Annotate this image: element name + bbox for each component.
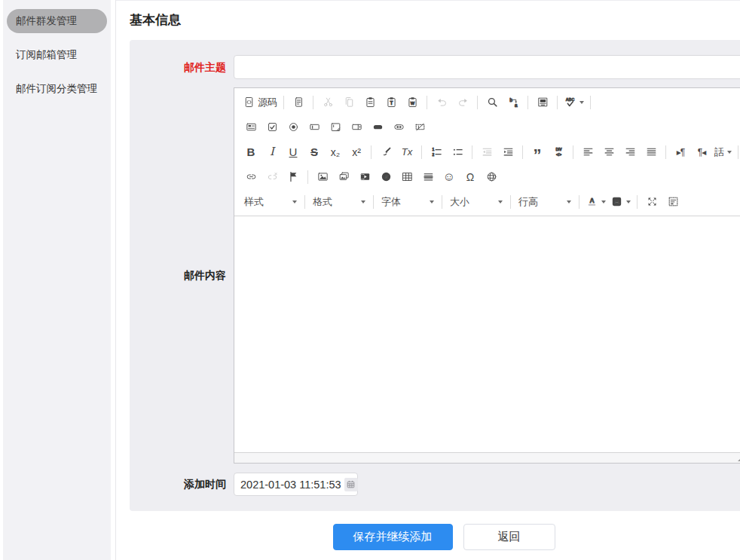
- div-container-button[interactable]: [549, 143, 568, 161]
- datetime-value: 2021-01-03 11:51:53: [240, 479, 341, 491]
- bulleted-list-icon: [451, 145, 464, 158]
- font-size-combo[interactable]: 大小: [446, 193, 506, 211]
- table-button[interactable]: [397, 168, 417, 186]
- language-button[interactable]: 話: [713, 143, 733, 161]
- align-left-button[interactable]: [578, 143, 598, 161]
- spell-check-button[interactable]: [562, 93, 586, 112]
- horizontal-rule-button[interactable]: [418, 168, 438, 186]
- italic-button[interactable]: I: [262, 143, 282, 161]
- chevron-down-icon: [567, 200, 571, 203]
- bulleted-list-button[interactable]: [448, 143, 467, 161]
- anchor-button[interactable]: [283, 168, 303, 186]
- bold-button[interactable]: B: [241, 143, 261, 161]
- templates-button[interactable]: [289, 93, 308, 112]
- paste-button[interactable]: [360, 93, 380, 112]
- link-button[interactable]: [241, 168, 261, 186]
- button-field-button[interactable]: [368, 118, 387, 136]
- language-icon: 話: [714, 147, 724, 157]
- sidebar-item-mail-bulk-management[interactable]: 邮件群发管理: [7, 9, 107, 33]
- toolbar-row: [237, 115, 740, 139]
- source-button[interactable]: 源码: [241, 93, 279, 112]
- text-direction-ltr-button[interactable]: ▸¶: [671, 143, 690, 161]
- hidden-field-button[interactable]: [410, 118, 430, 136]
- source-icon: [243, 96, 255, 109]
- replace-button[interactable]: [503, 93, 523, 112]
- calendar-button[interactable]: [344, 478, 358, 491]
- action-bar: 保存并继续添加 返回: [130, 524, 740, 550]
- subscript-icon: x₂: [331, 147, 340, 158]
- toolbar-separator: [427, 96, 427, 109]
- back-button[interactable]: 返回: [463, 524, 555, 550]
- video-icon: [359, 170, 372, 183]
- strikethrough-button[interactable]: S: [304, 143, 324, 161]
- time-label: 添加时间: [130, 473, 234, 496]
- select-field-button[interactable]: [347, 118, 366, 136]
- align-left-icon: [582, 145, 595, 158]
- cut-button: [318, 93, 338, 112]
- numbered-list-button[interactable]: [427, 143, 446, 161]
- line-height-combo[interactable]: 行高: [515, 193, 575, 211]
- paste-text-icon: [385, 96, 398, 109]
- background-color-button[interactable]: [609, 193, 632, 211]
- indent-button[interactable]: [498, 143, 518, 161]
- sidebar-item-mail-subscribe-category-management[interactable]: 邮件订阅分类管理: [7, 77, 107, 101]
- checkbox-icon: [266, 121, 279, 133]
- video-button[interactable]: [355, 168, 375, 186]
- smiley-button[interactable]: ☺: [439, 168, 459, 186]
- font-combo[interactable]: 字体: [378, 193, 438, 211]
- blockquote-button[interactable]: ”: [527, 143, 547, 161]
- form-panel: 邮件主题 邮件内容 源码BIUSx₂x²Tx”▸¶¶◂話☺Ω样式格式字体大小行高…: [130, 40, 740, 511]
- image-gallery-button[interactable]: [334, 168, 353, 186]
- form-field-button[interactable]: [241, 118, 261, 136]
- image-button-button[interactable]: [389, 118, 408, 136]
- text-field-button[interactable]: [304, 118, 324, 136]
- editor-content-area[interactable]: [234, 216, 740, 452]
- background-color-icon: [610, 195, 623, 208]
- spell-check-icon: [564, 96, 576, 109]
- align-center-icon: [603, 145, 616, 158]
- special-character-button[interactable]: Ω: [460, 168, 480, 186]
- textarea-field-button[interactable]: [326, 118, 345, 136]
- remove-format-button[interactable]: Tx: [397, 143, 417, 161]
- align-right-button[interactable]: [620, 143, 640, 161]
- image-button-icon: [393, 121, 405, 133]
- format-combo[interactable]: 格式: [309, 193, 369, 211]
- iframe-button[interactable]: [482, 168, 501, 186]
- checkbox-button[interactable]: [262, 118, 282, 136]
- align-center-button[interactable]: [599, 143, 619, 161]
- save-and-continue-button[interactable]: 保存并继续添加: [333, 524, 453, 550]
- align-justify-button[interactable]: [641, 143, 661, 161]
- radio-button-button[interactable]: [283, 118, 303, 136]
- maximize-button[interactable]: [642, 193, 662, 211]
- toolbar-separator: [590, 96, 591, 109]
- underline-icon: U: [289, 146, 298, 158]
- toolbar-separator: [522, 145, 523, 159]
- styles-combo[interactable]: 样式: [240, 193, 301, 211]
- select-all-button[interactable]: [533, 93, 552, 112]
- paste-text-button[interactable]: [381, 93, 401, 112]
- paste-word-button[interactable]: [402, 93, 422, 112]
- copy-formatting-button[interactable]: [376, 143, 396, 161]
- styles-combo-label: 样式: [244, 195, 264, 209]
- text-color-button[interactable]: [584, 193, 607, 211]
- superscript-button[interactable]: x²: [347, 143, 366, 161]
- image-button[interactable]: [313, 168, 332, 186]
- calendar-icon: [346, 479, 356, 489]
- subject-input[interactable]: [234, 55, 740, 79]
- underline-button[interactable]: U: [283, 143, 303, 161]
- flash-icon: [380, 170, 393, 183]
- text-direction-ltr-icon: ▸¶: [677, 148, 684, 157]
- select-field-icon: [350, 121, 363, 133]
- text-direction-rtl-button[interactable]: ¶◂: [692, 143, 711, 161]
- redo-button: [453, 93, 472, 112]
- sidebar-item-subscribe-mailbox-management[interactable]: 订阅邮箱管理: [7, 43, 107, 67]
- flash-button[interactable]: [376, 168, 396, 186]
- smiley-icon: ☺: [443, 171, 455, 183]
- find-button[interactable]: [482, 93, 502, 112]
- show-blocks-button[interactable]: [663, 193, 683, 211]
- chevron-down-icon: [626, 200, 631, 203]
- datetime-input[interactable]: 2021-01-03 11:51:53: [234, 473, 358, 496]
- link-icon: [245, 170, 258, 183]
- subscript-button[interactable]: x₂: [326, 143, 345, 161]
- toolbar-separator: [579, 195, 579, 209]
